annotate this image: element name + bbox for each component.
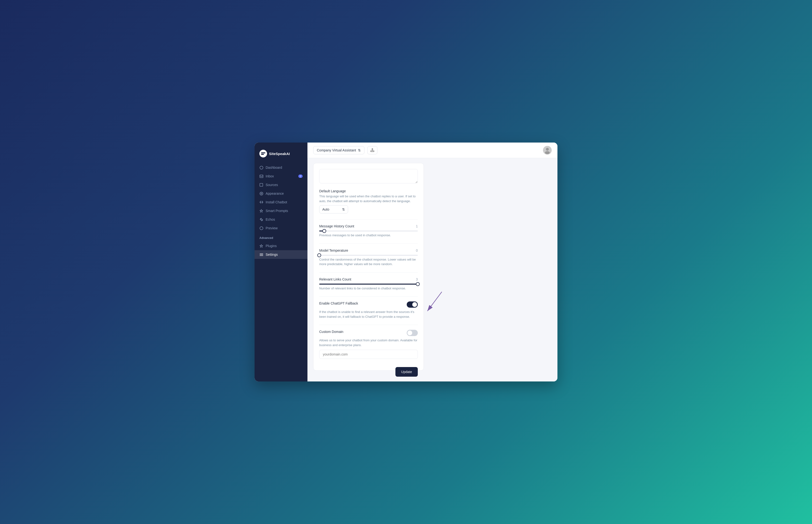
message-history-track [319, 230, 418, 231]
relevant-links-value: 3 [416, 277, 418, 281]
model-temperature-row: Model Temperature 0 [319, 248, 418, 252]
inbox-badge: 2 [298, 175, 303, 178]
svg-rect-12 [371, 151, 374, 152]
settings-icon [259, 252, 263, 257]
model-temperature-label: Model Temperature [319, 248, 348, 252]
svg-point-5 [260, 192, 263, 195]
custom-domain-toggle[interactable] [407, 330, 418, 336]
divider-1 [319, 219, 418, 219]
sidebar-item-preview[interactable]: Preview [254, 224, 308, 232]
sidebar-logo: SiteSpeakAI [254, 147, 308, 163]
divider-3 [319, 272, 418, 273]
user-avatar[interactable] [543, 146, 552, 154]
divider-5 [319, 325, 418, 325]
echos-icon [259, 217, 263, 222]
sidebar-item-inbox[interactable]: Inbox 2 [254, 172, 308, 181]
svg-point-7 [261, 219, 262, 220]
message-history-section: Message History Count 1 Previous message… [319, 224, 418, 238]
sidebar-item-smart-prompts[interactable]: Smart Prompts [254, 207, 308, 215]
chatgpt-fallback-row: Enable ChatGPT Fallback [319, 301, 418, 308]
main-content: Company Virtual Assistant ⇅ Defa [308, 143, 558, 381]
relevant-links-row: Relevant Links Count 3 [319, 277, 418, 281]
chatgpt-fallback-description: If the chatbot is unable to find a relev… [319, 310, 418, 319]
app-container: SiteSpeakAI Dashboard Inbox 2 Sourc [254, 143, 558, 381]
sidebar-label-plugins: Plugins [266, 244, 277, 248]
header: Company Virtual Assistant ⇅ [308, 143, 558, 158]
default-language-section: Default Language This language will be u… [319, 189, 418, 213]
message-history-slider[interactable] [319, 230, 418, 231]
sidebar-item-appearance[interactable]: Appearance [254, 189, 308, 198]
relevant-links-label: Relevant Links Count [319, 277, 351, 281]
install-chatbot-icon [259, 200, 263, 204]
sidebar-item-settings[interactable]: Settings [254, 250, 308, 259]
language-selector[interactable]: Auto ⇅ [319, 205, 348, 213]
plugins-icon [259, 244, 263, 248]
svg-rect-0 [261, 152, 265, 153]
sidebar-item-install-chatbot[interactable]: Install Chatbot [254, 198, 308, 207]
chatbot-selector-label: Company Virtual Assistant [317, 148, 356, 152]
sidebar-item-sources[interactable]: Sources [254, 181, 308, 189]
message-history-description: Previous messages to be used in chatbot … [319, 233, 418, 238]
divider-4 [319, 296, 418, 297]
svg-point-15 [545, 151, 550, 154]
sidebar-item-plugins[interactable]: Plugins [254, 242, 308, 250]
chatgpt-fallback-toggle[interactable] [407, 301, 418, 308]
chatbot-selector[interactable]: Company Virtual Assistant ⇅ [313, 146, 364, 154]
sidebar-label-sources: Sources [266, 183, 278, 187]
svg-rect-4 [260, 183, 263, 186]
dashboard-icon [259, 166, 263, 169]
inbox-icon [259, 174, 263, 178]
sidebar-label-dashboard: Dashboard [266, 166, 282, 169]
sidebar-label-smart-prompts: Smart Prompts [266, 209, 288, 213]
custom-domain-row: Custom Domain [319, 330, 418, 336]
relevant-links-slider[interactable] [319, 284, 418, 284]
smart-prompts-icon [259, 209, 263, 213]
model-temperature-slider[interactable] [319, 255, 418, 256]
update-button[interactable]: Update [395, 367, 418, 377]
svg-point-2 [260, 166, 263, 169]
default-language-label: Default Language [319, 189, 418, 193]
language-value: Auto [322, 208, 329, 211]
chatgpt-fallback-knob [412, 302, 417, 307]
model-temperature-track [319, 255, 418, 256]
custom-domain-section: Custom Domain Allows us to serve your ch… [319, 330, 418, 359]
svg-rect-1 [261, 154, 264, 155]
custom-domain-input[interactable] [319, 350, 418, 359]
svg-point-8 [260, 227, 263, 230]
custom-domain-info: Custom Domain [319, 330, 343, 334]
relevant-links-thumb[interactable] [416, 282, 420, 286]
svg-rect-3 [260, 175, 263, 178]
custom-domain-label: Custom Domain [319, 330, 343, 334]
preview-icon [259, 226, 263, 230]
model-temperature-section: Model Temperature 0 Control the randomne… [319, 248, 418, 266]
language-chevron: ⇅ [342, 208, 345, 211]
sidebar-nav: Dashboard Inbox 2 Sources Appearance [254, 163, 308, 377]
sidebar-label-settings: Settings [266, 252, 278, 257]
message-history-row: Message History Count 1 [319, 224, 418, 228]
message-history-value: 1 [416, 224, 418, 228]
appearance-icon [259, 192, 263, 195]
custom-domain-description: Allows us to serve your chatbot from you… [319, 338, 418, 347]
upload-button[interactable] [367, 146, 377, 154]
sidebar-label-preview: Preview [266, 226, 278, 230]
message-history-thumb[interactable] [322, 229, 326, 233]
default-language-description: This language will be used when the chat… [319, 194, 418, 203]
message-history-label: Message History Count [319, 224, 354, 228]
chatgpt-fallback-section: Enable ChatGPT Fallback If the chatbot i… [319, 301, 418, 319]
model-temperature-thumb[interactable] [317, 253, 321, 257]
relevant-links-section: Relevant Links Count 3 Number of relevan… [319, 277, 418, 291]
relevant-links-fill [319, 284, 418, 284]
svg-point-14 [546, 148, 549, 151]
sidebar-item-echos[interactable]: Echos [254, 215, 308, 224]
content-area: Default Language This language will be u… [308, 158, 558, 381]
advanced-section-label: Advanced [254, 232, 308, 242]
sidebar-item-dashboard[interactable]: Dashboard [254, 163, 308, 172]
textarea-field[interactable] [319, 169, 418, 183]
model-temperature-description: Control the randomness of the chatbot re… [319, 257, 418, 266]
chevron-icon: ⇅ [358, 148, 361, 152]
settings-card: Default Language This language will be u… [313, 163, 424, 371]
svg-point-6 [261, 193, 262, 194]
header-left: Company Virtual Assistant ⇅ [313, 146, 377, 154]
sidebar-label-inbox: Inbox [266, 174, 274, 178]
sidebar-label-install-chatbot: Install Chatbot [266, 200, 287, 204]
